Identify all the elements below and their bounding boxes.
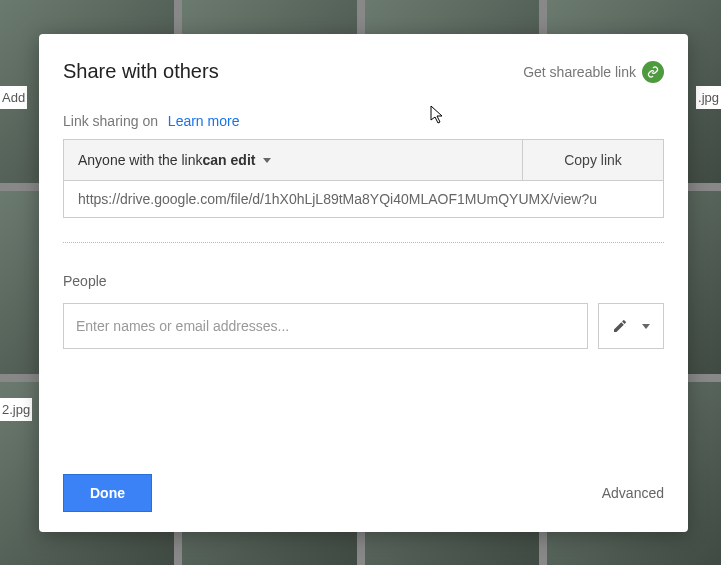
link-icon: [642, 61, 664, 83]
pencil-icon: [612, 318, 628, 334]
chevron-down-icon: [642, 324, 650, 329]
modal-footer: Done Advanced: [63, 474, 664, 512]
people-input[interactable]: [63, 303, 588, 349]
sharing-status-row: Link sharing on Learn more: [63, 113, 664, 129]
access-bold: can edit: [203, 152, 256, 168]
get-shareable-link-button[interactable]: Get shareable link: [523, 61, 664, 83]
access-prefix: Anyone with the link: [78, 152, 203, 168]
people-label: People: [63, 273, 664, 289]
get-link-label: Get shareable link: [523, 64, 636, 80]
chevron-down-icon: [263, 158, 271, 163]
advanced-link[interactable]: Advanced: [602, 485, 664, 501]
people-row: [63, 303, 664, 349]
done-button[interactable]: Done: [63, 474, 152, 512]
learn-more-link[interactable]: Learn more: [168, 113, 240, 129]
modal-header: Share with others Get shareable link: [63, 60, 664, 83]
permission-dropdown-button[interactable]: [598, 303, 664, 349]
section-separator: [63, 242, 664, 243]
bg-label-jpg: .jpg: [696, 86, 721, 109]
access-level-dropdown[interactable]: Anyone with the link can edit: [64, 140, 523, 180]
share-modal: Share with others Get shareable link Lin…: [39, 34, 688, 532]
copy-link-button[interactable]: Copy link: [523, 140, 663, 180]
bg-label-jpg2: 2.jpg: [0, 398, 32, 421]
link-controls-row: Anyone with the link can edit Copy link: [63, 139, 664, 181]
sharing-status-text: Link sharing on: [63, 113, 158, 129]
share-url-field[interactable]: https://drive.google.com/file/d/1hX0hLjL…: [63, 181, 664, 218]
modal-title: Share with others: [63, 60, 219, 83]
bg-label-add: Add: [0, 86, 27, 109]
